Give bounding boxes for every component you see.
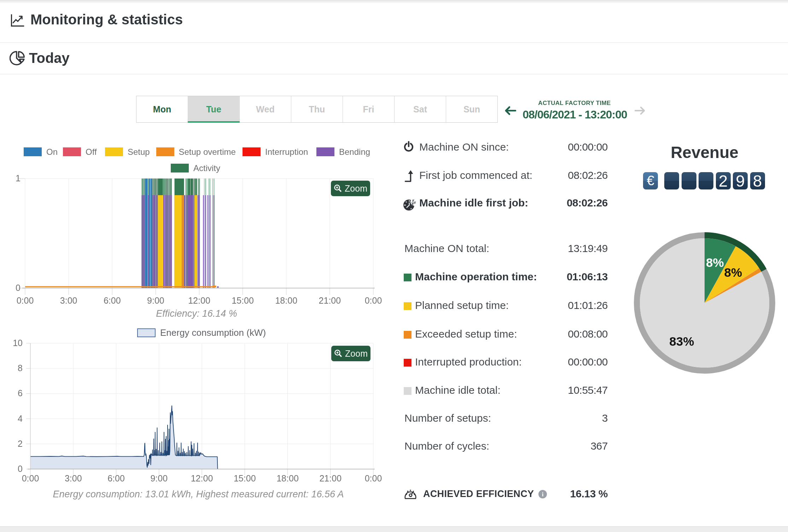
stat-value: 08:02:26 <box>466 169 608 181</box>
x-tick: 12:00 <box>178 296 221 306</box>
setup-bar <box>175 195 182 288</box>
bending-bar <box>168 195 168 288</box>
legend-swatch-setup <box>105 147 123 156</box>
pie-label: 83% <box>669 334 694 348</box>
bending-bar <box>169 195 170 288</box>
legend-swatch-off <box>63 147 81 156</box>
energy-zoom-button[interactable]: Zoom <box>331 346 370 361</box>
legend-item-off[interactable]: Off <box>63 147 97 156</box>
day-tabs: MonTueWedThuFriSatSun <box>136 96 498 123</box>
legend-label-setup_overtime: Setup overtime <box>179 147 236 157</box>
x-tick: 6:00 <box>91 296 133 306</box>
legend-label-bending: Bending <box>339 147 370 157</box>
legend-label-setup: Setup <box>128 147 150 157</box>
bending-bar <box>207 195 208 288</box>
bending-bar <box>205 195 206 288</box>
on-bar <box>151 179 152 288</box>
tab-sun[interactable]: Sun <box>446 96 497 122</box>
chart-shape <box>25 286 216 287</box>
energy-x-tick: 3:00 <box>52 473 94 484</box>
bending-bar <box>143 195 144 288</box>
bending-bar <box>198 195 198 288</box>
energy-x-tick: 12:00 <box>181 473 223 484</box>
factory-time-label: ACTUAL FACTORY TIME <box>523 100 626 107</box>
divider <box>0 74 788 74</box>
bending-bar <box>148 195 149 288</box>
energy-x-tick: 21:00 <box>309 473 352 484</box>
first-job-icon <box>404 169 415 182</box>
energy-y-tick: 2 <box>6 439 23 449</box>
legend-item-interruption[interactable]: Interruption <box>243 147 308 156</box>
energy-y-tick: 4 <box>6 414 23 424</box>
bending-bar <box>209 195 210 288</box>
stat-value: 00:00:00 <box>466 356 608 368</box>
stat-color-square <box>404 359 411 367</box>
bending-bar <box>199 195 199 288</box>
chart-shape <box>217 286 218 288</box>
energy-caption: Energy consumption: 13.01 kWh, Highest m… <box>22 489 375 500</box>
bending-bar <box>205 195 205 288</box>
bending-bar <box>186 195 186 288</box>
bending-bar <box>152 195 154 288</box>
footer-bar <box>0 526 788 532</box>
x-tick: 15:00 <box>222 296 264 306</box>
bending-bar <box>171 195 172 288</box>
stat-value: 13:19:49 <box>466 242 608 255</box>
bending-bar <box>187 195 188 288</box>
tab-thu[interactable]: Thu <box>291 96 343 122</box>
stat-value: 00:08:00 <box>466 328 608 340</box>
bending-bar <box>191 195 193 288</box>
timeline-zoom-button[interactable]: Zoom <box>331 181 370 196</box>
bending-bar <box>197 195 198 288</box>
pie-label: 8% <box>706 256 724 269</box>
bending-bar <box>213 195 213 288</box>
bending-bar <box>193 195 194 288</box>
stat-color-square <box>404 387 411 395</box>
energy-area <box>30 405 218 469</box>
revenue-digit-tile: 8 <box>750 172 765 189</box>
x-tick: 0:00 <box>4 296 46 306</box>
revenue-digit-tile <box>699 172 713 189</box>
bending-bar <box>171 195 171 288</box>
bending-bar <box>210 195 210 288</box>
tab-tue[interactable]: Tue <box>188 96 240 122</box>
legend-label-interruption: Interruption <box>265 147 308 157</box>
x-tick: 21:00 <box>309 296 351 306</box>
tab-wed[interactable]: Wed <box>240 96 291 122</box>
tab-fri[interactable]: Fri <box>343 96 395 122</box>
bending-bar <box>214 195 214 288</box>
y-tick-0: 0 <box>9 283 21 293</box>
legend-item-bending[interactable]: Bending <box>316 147 370 156</box>
x-tick: 9:00 <box>134 296 177 306</box>
bending-bar <box>199 195 199 288</box>
bending-bar <box>203 195 203 288</box>
stat-value: 01:06:13 <box>466 271 608 283</box>
tab-mon[interactable]: Mon <box>136 96 188 122</box>
achieved-efficiency-value: 16.13 % <box>466 488 608 500</box>
x-tick: 0:00 <box>352 296 395 306</box>
bending-bar <box>188 195 190 288</box>
legend-label-on: On <box>46 147 58 157</box>
bending-bar <box>144 195 145 288</box>
next-day-arrow-icon[interactable] <box>634 105 646 116</box>
legend-swatch-setup_overtime <box>156 147 174 156</box>
bending-bar <box>186 195 186 288</box>
top-shadow <box>0 0 788 3</box>
legend-item-on[interactable]: On <box>24 147 58 156</box>
activity-bar <box>209 179 209 288</box>
bending-bar <box>169 195 169 288</box>
on-bar <box>145 179 147 288</box>
tab-sat[interactable]: Sat <box>395 96 446 122</box>
energy-x-tick: 6:00 <box>95 473 138 484</box>
gauge-icon <box>404 487 417 501</box>
bending-bar <box>163 195 164 288</box>
revenue-digit-tile <box>682 172 696 189</box>
bending-bar <box>157 195 158 288</box>
legend-item-setup[interactable]: Setup <box>105 147 150 156</box>
magnifier-icon <box>334 184 342 193</box>
revenue-digit-tile <box>664 172 679 189</box>
bending-bar <box>187 195 187 288</box>
stat-value: 08:02:26 <box>466 197 608 209</box>
stat-color-square <box>404 331 411 339</box>
legend-item-setup_overtime[interactable]: Setup overtime <box>156 147 236 156</box>
